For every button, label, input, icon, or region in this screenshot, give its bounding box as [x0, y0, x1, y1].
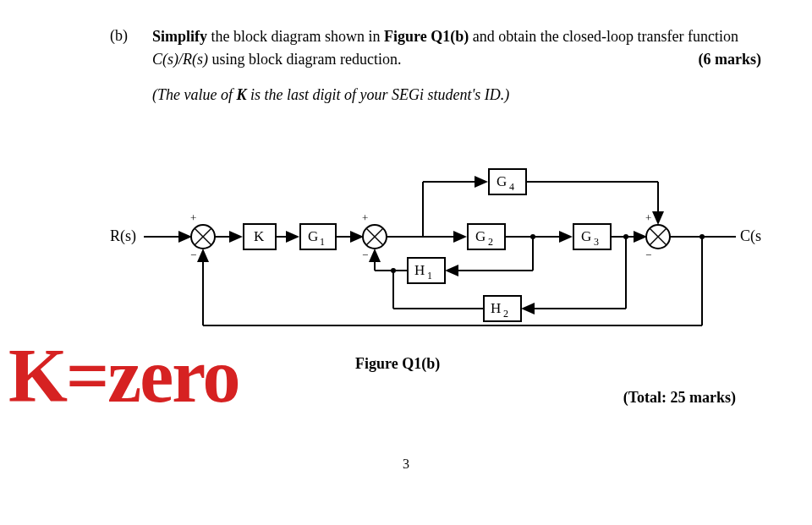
- question-text: Simplify the block diagram shown in Figu…: [152, 25, 761, 71]
- question-fragment: using block diagram reduction.: [208, 51, 401, 68]
- transfer-function: C(s)/R(s): [152, 51, 208, 68]
- block-g2: G: [475, 228, 486, 244]
- question-word-simplify: Simplify: [152, 28, 207, 45]
- block-g4-sub: 4: [509, 181, 514, 193]
- sum1-plus: +: [190, 211, 196, 224]
- block-h1-sub: 1: [427, 270, 432, 282]
- sum2-plus: +: [362, 211, 368, 224]
- figure-ref: Figure Q1(b): [384, 28, 469, 45]
- svg-rect-36: [484, 296, 521, 321]
- figure-caption: Figure Q1(b): [355, 355, 440, 373]
- block-g3-sub: 3: [594, 236, 599, 248]
- svg-rect-30: [408, 258, 445, 283]
- block-g1-sub: 1: [320, 236, 325, 248]
- page-number: 3: [403, 457, 409, 472]
- note-k: K: [236, 86, 246, 103]
- block-k: K: [254, 228, 265, 244]
- sum1-minus: −: [190, 249, 196, 261]
- handwritten-annotation: K=zero: [8, 338, 239, 414]
- marks-label: (6 marks): [699, 48, 762, 71]
- input-label: R(s): [110, 227, 136, 245]
- note-text: (The value of K is the last digit of you…: [152, 86, 761, 104]
- output-label: C(s): [740, 227, 761, 245]
- note-fragment: is the last digit of your SEGi student's…: [247, 86, 510, 103]
- svg-rect-16: [573, 224, 611, 249]
- total-marks: (Total: 25 marks): [623, 389, 736, 407]
- svg-rect-14: [468, 224, 505, 249]
- block-g1: G: [308, 228, 318, 244]
- svg-rect-24: [489, 169, 526, 194]
- svg-point-39: [391, 268, 396, 273]
- block-h2-sub: 2: [503, 308, 508, 320]
- part-label: (b): [110, 27, 128, 45]
- question-fragment: and obtain the closed-loop transfer func…: [469, 28, 738, 45]
- block-g2-sub: 2: [488, 236, 493, 248]
- sum3-plus: +: [645, 211, 651, 224]
- block-g3: G: [581, 228, 591, 244]
- sum3-minus: −: [645, 249, 651, 261]
- note-fragment: (The value of: [152, 86, 236, 103]
- block-g4: G: [497, 173, 507, 189]
- question-fragment: the block diagram shown in: [207, 28, 384, 45]
- block-h1: H: [414, 262, 425, 278]
- block-h2: H: [491, 300, 501, 316]
- block-diagram: R(s) + − K G 1 + − G 2 G 3 + − C(s) G 4: [110, 161, 761, 330]
- sum2-minus: −: [362, 249, 368, 261]
